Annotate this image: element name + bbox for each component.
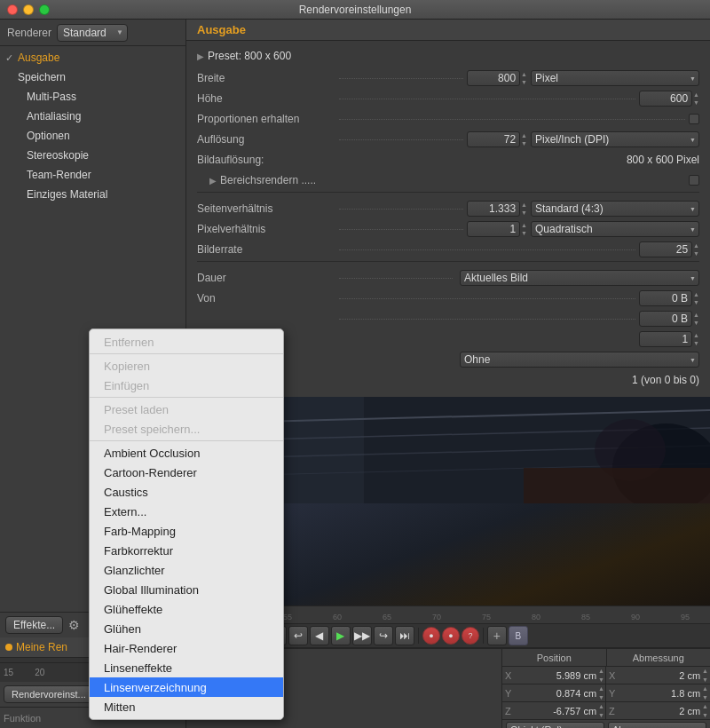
pos-z-label: Z xyxy=(502,706,515,716)
breite-stepper[interactable]: ▲▼ xyxy=(521,70,527,86)
sidebar-item-ausgabe[interactable]: ✓ Ausgabe xyxy=(0,48,185,67)
pos-y-stepper[interactable]: ▲▼ xyxy=(598,684,605,702)
ctx-hair-renderer[interactable]: Hair-Renderer xyxy=(90,638,283,658)
von-label: Von xyxy=(197,292,339,305)
seitenverhaeltnis-stepper[interactable]: ▲▼ xyxy=(521,201,527,217)
ohne-select[interactable]: Ohne xyxy=(460,352,699,368)
form-row-proportionen: Proportionen erhalten xyxy=(197,110,699,128)
ctx-ambient-occlusion[interactable]: Ambient Occlusion xyxy=(90,443,283,463)
dauer-select[interactable]: Aktuelles Bild xyxy=(460,270,699,286)
ctx-glueheffekte[interactable]: Glüheffekte xyxy=(90,599,283,619)
pos-abm-z-label: Z xyxy=(606,706,619,716)
pb-record-rot-button[interactable]: ● xyxy=(442,627,460,645)
bereichsrendern-checkbox[interactable] xyxy=(689,175,699,186)
ctx-preset-speichern[interactable]: Preset speichern... xyxy=(90,419,283,439)
context-menu[interactable]: Entfernen Kopieren Einfügen Preset laden… xyxy=(89,328,284,720)
svg-rect-7 xyxy=(524,468,710,503)
bis-stepper[interactable]: ▲▼ xyxy=(693,311,699,327)
pos-abm-x-stepper[interactable]: ▲▼ xyxy=(702,667,710,684)
pb-prev-key-button[interactable]: ↩ xyxy=(288,626,308,645)
seitenverhaeltnis-input[interactable] xyxy=(467,201,520,217)
aufloesung-unit-select[interactable]: Pixel/Inch (DPI) xyxy=(531,131,699,147)
hoehe-input[interactable] xyxy=(639,91,692,107)
sidebar-item-einziges-material[interactable]: Einziges Material xyxy=(0,185,185,204)
pb-next-frame-button[interactable]: ▶▶ xyxy=(352,626,372,645)
breite-unit-select[interactable]: Pixel xyxy=(531,70,699,86)
ctx-entfernen[interactable]: Entfernen xyxy=(90,332,283,352)
pb-next-key-button[interactable]: ↪ xyxy=(374,626,393,645)
close-button[interactable] xyxy=(7,4,18,15)
aufloesung-input[interactable] xyxy=(467,131,520,147)
sidebar-item-optionen[interactable]: Optionen xyxy=(0,126,185,146)
timeline-num-15: 15 xyxy=(4,668,13,677)
preset-arrow-icon: ▶ xyxy=(197,51,204,61)
ctx-preset-laden[interactable]: Preset laden xyxy=(90,400,283,419)
pos-abm-z-stepper[interactable]: ▲▼ xyxy=(702,702,710,720)
pos-dropdown-row: Objekt (Rel) Abmessung xyxy=(502,720,710,728)
form-row-dauer: Dauer Aktuelles Bild xyxy=(197,269,699,287)
seitenverhaeltnis-select[interactable]: Standard (4:3) xyxy=(531,201,699,217)
pixelverhaeltnis-select[interactable]: Quadratisch xyxy=(531,221,699,237)
form-row-breite: Breite ▲▼ Pixel xyxy=(197,69,699,87)
ctx-glanzlichter[interactable]: Glanzlichter xyxy=(90,560,283,580)
form-row-pixelverhaeltnis: Pixelverhältnis ▲▼ Quadratisch xyxy=(197,220,699,238)
pos-size-select[interactable]: Abmessung xyxy=(608,722,706,729)
pos-x-stepper[interactable]: ▲▼ xyxy=(598,667,605,684)
sidebar-item-multipass[interactable]: Multi-Pass xyxy=(0,87,185,107)
sidebar-item-antialiasing[interactable]: Antialiasing xyxy=(0,107,185,126)
von-input[interactable] xyxy=(639,290,692,306)
pos-coord-select[interactable]: Objekt (Rel) xyxy=(506,722,604,729)
timeline-num-20: 20 xyxy=(35,668,44,677)
pixelverhaeltnis-input[interactable] xyxy=(467,221,520,237)
ctx-mitten[interactable]: Mitten xyxy=(90,697,283,716)
pb-record-scale-button[interactable]: ? xyxy=(462,627,479,645)
pb-play-button[interactable]: ▶ xyxy=(331,626,351,645)
sidebar-item-teamrender[interactable]: Team-Render xyxy=(0,165,185,185)
ctx-kopieren[interactable]: Kopieren xyxy=(90,356,283,376)
form-row-bis: ▲▼ xyxy=(197,310,699,328)
effekte-button[interactable]: Effekte... xyxy=(5,616,63,634)
ctx-farbkorrektur[interactable]: Farbkorrektur xyxy=(90,541,283,560)
proportionen-checkbox[interactable] xyxy=(689,114,699,124)
ctx-gluehen[interactable]: Glühen xyxy=(90,619,283,638)
pos-z-stepper[interactable]: ▲▼ xyxy=(598,702,605,720)
pb-add-button[interactable]: + xyxy=(487,626,507,645)
ctx-extern[interactable]: Extern... xyxy=(90,502,283,521)
pb-prev-frame-button[interactable]: ◀ xyxy=(310,626,329,645)
ctx-linseneffekte[interactable]: Linseneffekte xyxy=(90,658,283,677)
pos-abm-x-label: X xyxy=(606,670,619,681)
ctx-linsenverzeichnung[interactable]: Linsenverzeichnung xyxy=(90,677,283,697)
renderer-select[interactable]: Standard xyxy=(57,24,128,42)
ctx-global-illumination[interactable]: Global Illumination xyxy=(90,580,283,599)
window-controls[interactable] xyxy=(7,4,50,15)
bilderrate-input[interactable] xyxy=(639,241,692,257)
pixelverhaeltnis-label: Pixelverhältnis xyxy=(197,223,339,235)
ctx-caustics[interactable]: Caustics xyxy=(90,482,283,502)
pb-go-end-button[interactable]: ⏭ xyxy=(395,626,414,645)
minimize-button[interactable] xyxy=(23,4,34,15)
preset-label: Preset: 800 x 600 xyxy=(208,50,291,62)
aufloesung-stepper[interactable]: ▲▼ xyxy=(521,131,527,147)
ctx-cartoon-renderer[interactable]: Cartoon-Renderer xyxy=(90,463,283,482)
von-stepper[interactable]: ▲▼ xyxy=(693,290,699,306)
breite-input[interactable] xyxy=(467,70,520,86)
maximize-button[interactable] xyxy=(39,4,50,15)
pos-x-value: 5.989 cm xyxy=(515,670,598,681)
step-stepper[interactable]: ▲▼ xyxy=(693,331,699,347)
pb-extra-button[interactable]: B xyxy=(509,626,528,645)
ctx-sep-3 xyxy=(90,440,283,441)
sidebar-item-stereoskopie[interactable]: Stereoskopie xyxy=(0,146,185,165)
bilderrate-stepper[interactable]: ▲▼ xyxy=(693,241,699,257)
hoehe-stepper[interactable]: ▲▼ xyxy=(693,91,699,107)
step-input[interactable] xyxy=(639,331,692,347)
pos-abm-y-stepper[interactable]: ▲▼ xyxy=(702,684,710,702)
checkmark-icon: ✓ xyxy=(5,52,13,64)
ctx-farb-mapping[interactable]: Farb-Mapping xyxy=(90,521,283,541)
position-panel: Position Abmessung X 5.989 cm ▲▼ X 2 cm … xyxy=(501,649,710,728)
pb-record-pos-button[interactable]: ● xyxy=(422,627,440,645)
sidebar-item-speichern[interactable]: Speichern xyxy=(0,67,185,87)
form-row-bereichsrendern: ▶ Bereichsrendern ..... xyxy=(197,171,699,189)
pixelverhaeltnis-stepper[interactable]: ▲▼ xyxy=(521,221,527,237)
ctx-einfuegen[interactable]: Einfügen xyxy=(90,376,283,395)
bis-input[interactable] xyxy=(639,311,692,327)
